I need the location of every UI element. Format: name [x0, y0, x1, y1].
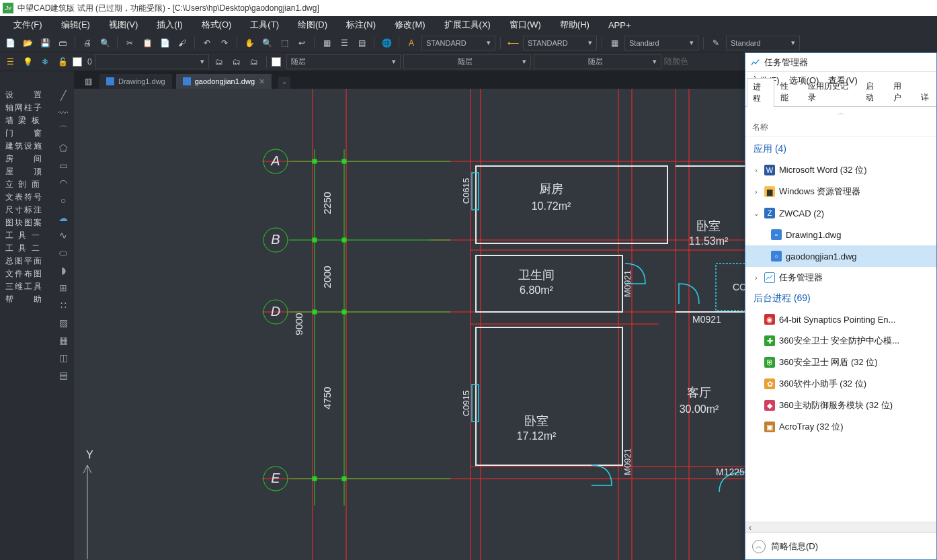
layer-icon[interactable]: ▦ [319, 36, 334, 50]
paste-icon[interactable]: 📄 [157, 36, 172, 50]
tm-row-360safe[interactable]: ✚ 360安全卫士 安全防护中心模... [745, 330, 936, 352]
sidebar-item-3[interactable]: 门 窗 [0, 127, 52, 140]
layerstate3-icon[interactable]: 🗂 [247, 54, 261, 69]
new-tab-button[interactable]: ▫ [278, 77, 290, 89]
rect-icon[interactable]: ▭ [55, 157, 71, 173]
menu-format[interactable]: 格式(O) [192, 16, 241, 34]
sidebar-item-16[interactable]: 帮 助 [0, 293, 52, 306]
sidebar-item-5[interactable]: 房 间 [0, 153, 52, 165]
scroll-left-icon[interactable]: ‹ [745, 523, 755, 532]
collapse-icon[interactable]: ⌄ [752, 210, 760, 217]
tm-tab-history[interactable]: 应用历史记录 [802, 77, 860, 106]
tm-row-explorer[interactable]: › ▆ Windows 资源管理器 [745, 181, 936, 202]
sidebar-item-11[interactable]: 工 具 一 [0, 229, 52, 242]
menu-view[interactable]: 视图(V) [99, 16, 147, 34]
mleader-icon[interactable]: ✎ [708, 36, 723, 50]
layerstate2-icon[interactable]: 🗂 [229, 54, 244, 69]
tm-horizontal-scrollbar[interactable]: ‹ [745, 522, 936, 532]
menu-insert[interactable]: 插入(I) [147, 16, 192, 34]
tab-0[interactable]: Drawing1.dwg [99, 74, 172, 89]
menu-draw[interactable]: 绘图(D) [288, 16, 337, 34]
revcloud-icon[interactable]: ☁ [55, 210, 71, 226]
tm-tab-performance[interactable]: 性能 [774, 77, 802, 106]
mleaderstyle-dropdown[interactable]: Standard▾ [726, 36, 800, 50]
lock-icon[interactable]: 🔓 [55, 54, 70, 69]
tm-tab-processes[interactable]: 进程 [747, 78, 774, 107]
line-icon[interactable]: ╱ [55, 87, 71, 104]
print-icon[interactable]: 🖨 [80, 36, 95, 50]
menu-ext[interactable]: 扩展工具(X) [435, 16, 500, 34]
sidebar-item-9[interactable]: 尺寸标注 [0, 204, 52, 216]
tm-tab-startup[interactable]: 启动 [860, 77, 887, 106]
preview-icon[interactable]: 🔍 [97, 36, 112, 50]
expand-icon[interactable]: › [752, 188, 760, 196]
menu-file[interactable]: 文件(F) [4, 16, 52, 34]
pan-icon[interactable]: ✋ [242, 36, 257, 50]
ellipsearc-icon[interactable]: ◗ [55, 262, 71, 278]
chevron-up-icon[interactable]: ︿ [752, 540, 766, 553]
layer2-icon[interactable]: ☰ [337, 36, 352, 50]
arc2-icon[interactable]: ◠ [55, 175, 71, 191]
sidebar-item-12[interactable]: 工 具 二 [0, 242, 52, 255]
expand-icon[interactable]: › [752, 167, 760, 174]
cut-icon[interactable]: ✂ [122, 36, 137, 50]
gradient-icon[interactable]: ▦ [55, 332, 71, 348]
expand-icon[interactable]: › [752, 274, 760, 282]
tm-row-synaptics[interactable]: ◉ 64-bit Synaptics Pointing En... [745, 309, 936, 330]
tm-more-details[interactable]: 简略信息(D) [771, 541, 818, 553]
circle-icon[interactable]: ○ [55, 192, 71, 208]
sidebar-item-15[interactable]: 三维工具 [0, 280, 52, 293]
sidebar-item-8[interactable]: 文表符号 [0, 191, 52, 204]
layer-dropdown[interactable]: ▾ [95, 54, 209, 69]
textstyle-dropdown[interactable]: STANDARD▾ [421, 36, 495, 50]
layerstate1-icon[interactable]: 🗂 [212, 54, 227, 69]
linetype-dropdown[interactable]: 随层▾ [403, 54, 531, 69]
sidebar-item-0[interactable]: 设 置 [0, 89, 52, 102]
menu-window[interactable]: 窗口(W) [500, 16, 551, 34]
hatch-icon[interactable]: ▨ [55, 315, 71, 331]
tm-row-360def[interactable]: ◆ 360主动防御服务模块 (32 位) [745, 395, 936, 416]
ellipse-icon[interactable]: ⬭ [55, 245, 71, 261]
menu-modify[interactable]: 修改(M) [385, 16, 435, 34]
redo-icon[interactable]: ↷ [217, 36, 232, 50]
polygon-icon[interactable]: ⬠ [55, 140, 71, 156]
table-icon[interactable]: ▤ [55, 367, 71, 383]
zoom-icon[interactable]: 🔍 [259, 36, 274, 50]
color-dropdown[interactable]: 随层▾ [286, 54, 401, 69]
spline-icon[interactable]: ∿ [55, 227, 71, 243]
dim-style-icon[interactable]: ⟵ [505, 36, 520, 50]
sidebar-item-6[interactable]: 屋 顶 [0, 165, 52, 178]
bulb-icon[interactable]: 💡 [20, 54, 35, 69]
tm-row-360helper[interactable]: ✿ 360软件小助手 (32 位) [745, 373, 936, 395]
tm-row-drawing1[interactable]: ▫ Drawing1.dwg [745, 224, 936, 245]
tm-row-360wd[interactable]: ⛨ 360安全卫士 网盾 (32 位) [745, 352, 936, 373]
task-manager-window[interactable]: 任务管理器 文件(F) 选项(O) 查看(V) 进程 性能 应用历史记录 启动 … [745, 52, 937, 560]
match-icon[interactable]: 🖌 [175, 36, 190, 50]
tm-row-word[interactable]: › W Microsoft Word (32 位) [745, 159, 936, 181]
table-style-icon[interactable]: ▦ [607, 36, 622, 50]
menu-tools[interactable]: 工具(T) [241, 16, 288, 34]
tab-panel-icon[interactable]: ▥ [81, 74, 95, 89]
undo-icon[interactable]: ↶ [200, 36, 214, 50]
tm-collapse-icon[interactable]: ︿ [745, 107, 936, 119]
menu-help[interactable]: 帮助(H) [551, 16, 599, 34]
lineweight-dropdown[interactable]: 随层▾ [534, 54, 661, 69]
text-style-icon[interactable]: A [404, 36, 419, 50]
zoomprev-icon[interactable]: ↩ [294, 36, 309, 50]
open-icon[interactable]: 📂 [20, 36, 35, 50]
tm-tab-users[interactable]: 用户 [887, 77, 915, 106]
tm-row-zwcad[interactable]: ⌄ Z ZWCAD (2) [745, 202, 936, 224]
dimstyle-dropdown[interactable]: STANDARD▾ [523, 36, 597, 50]
pline-icon[interactable]: 〰 [55, 105, 71, 121]
tm-row-gaodongjian[interactable]: ▫ gaodongjian1.dwg [745, 245, 936, 267]
tablestyle-dropdown[interactable]: Standard▾ [624, 36, 698, 50]
sidebar-item-10[interactable]: 图块图案 [0, 216, 52, 229]
menu-dim[interactable]: 标注(N) [337, 16, 385, 34]
close-icon[interactable]: ✕ [259, 77, 265, 86]
tm-row-acrotray[interactable]: ▣ AcroTray (32 位) [745, 416, 936, 438]
sidebar-item-14[interactable]: 文件布图 [0, 268, 52, 280]
tm-column-header-name[interactable]: 名称 [745, 119, 936, 136]
zoomwin-icon[interactable]: ⬚ [277, 36, 292, 50]
tm-row-taskmgr[interactable]: › 任务管理器 [745, 267, 936, 288]
new-icon[interactable]: 📄 [3, 36, 17, 50]
